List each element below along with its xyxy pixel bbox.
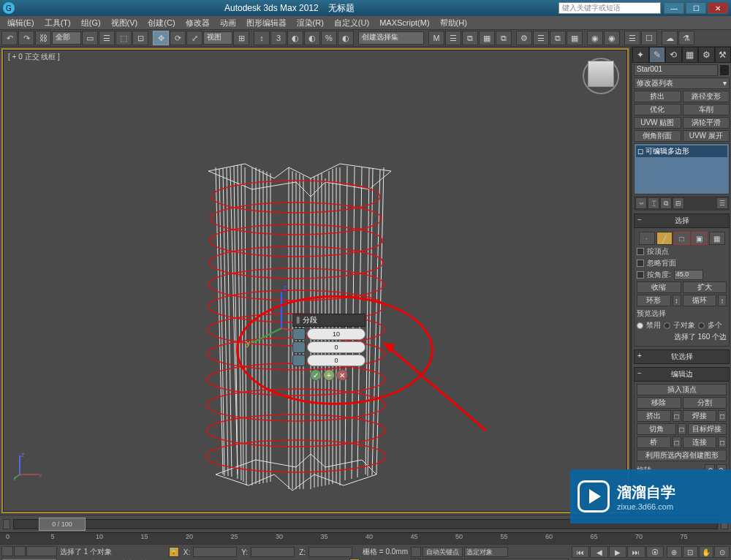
rollout-selection-header[interactable]: −选择 (634, 213, 730, 228)
weld-button[interactable]: 焊接 (683, 410, 717, 422)
caddy-cancel-button[interactable]: ✕ (336, 369, 348, 381)
caddy-segments-icon[interactable] (292, 328, 306, 340)
tab-utilities[interactable]: ⚒ (715, 47, 732, 63)
auto-key-button[interactable]: 自动关键点 (423, 547, 463, 557)
named-selection-set-dropdown[interactable]: 创建选择集 (358, 31, 424, 45)
slide-spinner[interactable]: 0 (307, 355, 366, 366)
time-ruler[interactable]: 051015202530354045505560657075 (0, 532, 731, 544)
material-editor-button[interactable]: ☰ (533, 31, 549, 45)
caddy-apply-button[interactable]: + (323, 369, 335, 381)
preview-multi-radio[interactable] (698, 322, 705, 329)
selection-filter-dropdown[interactable]: 全部 (52, 31, 81, 45)
target-weld-button[interactable]: 目标焊接 (688, 423, 727, 435)
quick-optimize-button[interactable]: 优化 (634, 104, 681, 116)
pan-button[interactable]: ✋ (699, 546, 714, 558)
zoom-button[interactable]: ⊕ (667, 546, 682, 558)
quick-pathdeform-button[interactable]: 路径变形 (683, 91, 730, 102)
render-frame-button[interactable]: ▦ (567, 31, 583, 45)
prev-frame-button[interactable]: ◀ (590, 546, 607, 558)
loop-button[interactable]: 循环 (683, 295, 717, 306)
quick-bevelprofile-button[interactable]: 倒角剖面 (634, 130, 681, 142)
key-selection-filter[interactable]: 选定对象 (464, 547, 508, 557)
loop-spinner[interactable]: ↕ (718, 295, 727, 306)
help-search-input[interactable]: 键入关键字或短语 (558, 2, 661, 14)
undo-button[interactable]: ↶ (1, 31, 18, 45)
weld-settings-button[interactable]: □ (718, 410, 727, 422)
by-vertex-checkbox[interactable] (637, 248, 644, 255)
layer-manager-button[interactable]: ⧉ (462, 31, 478, 45)
percent-snap-button[interactable]: % (321, 31, 337, 45)
ignore-backfacing-checkbox[interactable] (637, 260, 644, 267)
redo-button[interactable]: ↷ (18, 31, 34, 45)
maxscript-input[interactable] (26, 546, 57, 556)
pinch-spinner[interactable]: 0 (307, 341, 366, 353)
pin-stack-button[interactable]: ⎃ (635, 197, 647, 209)
segments-spinner[interactable]: 10 (307, 328, 366, 340)
snap-toggle-button[interactable]: ◐ (287, 31, 303, 45)
extrude-button[interactable]: 挤出 (637, 410, 671, 422)
app-icon[interactable]: G (3, 2, 15, 14)
caddy-pinch-icon[interactable] (292, 341, 306, 353)
preview-subobj-radio[interactable] (664, 322, 670, 329)
arc-rotate-button[interactable]: ⊙ (714, 546, 730, 558)
select-region-button[interactable]: ⬚ (115, 31, 132, 45)
goto-end-button[interactable]: ⦿ (646, 546, 664, 558)
grow-button[interactable]: 扩大 (683, 281, 727, 293)
split-button[interactable]: 分割 (683, 397, 727, 409)
menu-edit[interactable]: 编辑(E) (3, 18, 39, 29)
zoom-all-button[interactable]: ⊡ (683, 546, 698, 558)
subobj-border-button[interactable]: □ (674, 232, 690, 245)
shrink-button[interactable]: 收缩 (637, 281, 681, 293)
tab-create[interactable]: ✦ (632, 47, 649, 63)
subobj-vertex-button[interactable]: · (639, 232, 655, 245)
teapot-button[interactable]: ⚗ (678, 31, 694, 45)
schematic-view-button[interactable]: ⚙ (516, 31, 532, 45)
use-pivot-center-button[interactable]: ⊞ (233, 31, 249, 45)
select-and-rotate-button[interactable]: ⟳ (170, 31, 186, 45)
by-angle-spinner[interactable]: 45.0 (674, 270, 703, 280)
object-name-field[interactable]: Star001 (634, 64, 718, 76)
cloud-button[interactable]: ☁ (662, 31, 678, 45)
tool-button-2[interactable]: ☐ (641, 31, 657, 45)
create-shape-button[interactable]: 利用所选内容创建图形 (637, 450, 727, 461)
select-and-scale-button[interactable]: ⤢ (186, 31, 202, 45)
quick-lathe-button[interactable]: 车削 (683, 104, 730, 116)
modifier-stack[interactable]: ◻ 可编辑多边形 (634, 143, 730, 194)
extrude-settings-button[interactable]: □ (673, 410, 681, 422)
tab-modify[interactable]: ✎ (649, 47, 666, 63)
subobj-edge-button[interactable]: ╱ (656, 232, 673, 245)
modifier-list-dropdown[interactable]: 修改器列表 (634, 77, 730, 89)
tool-button[interactable]: ☰ (624, 31, 640, 45)
maxscript-mini-button[interactable] (1, 546, 13, 556)
caddy-ok-button[interactable]: ✓ (310, 369, 322, 381)
tab-display[interactable]: ⚙ (698, 47, 715, 63)
menu-group[interactable]: 组(G) (77, 18, 105, 29)
goto-start-button[interactable]: ⏮ (572, 546, 589, 558)
select-and-move-button[interactable]: ✥ (153, 31, 169, 45)
tab-hierarchy[interactable]: ⟲ (665, 47, 682, 63)
menu-animation[interactable]: 动画 (216, 18, 240, 29)
make-unique-button[interactable]: ⧉ (660, 197, 672, 209)
time-slider-handle[interactable]: 0 / 100 (39, 518, 86, 531)
window-crossing-button[interactable]: ⊡ (132, 31, 148, 45)
angle-snap-button[interactable]: ◐ (304, 31, 320, 45)
remove-button[interactable]: 移除 (637, 397, 681, 409)
close-button[interactable]: ✕ (708, 2, 728, 14)
link-button[interactable]: ⛓ (35, 31, 51, 45)
connect-settings-button[interactable]: □ (718, 436, 727, 448)
play-button[interactable]: ▶ (609, 546, 626, 558)
configure-sets-button[interactable]: ☰ (716, 197, 728, 209)
menu-graph-editors[interactable]: 图形编辑器 (242, 18, 291, 29)
align-button[interactable]: ☰ (445, 31, 461, 45)
keyboard-shortcut-button[interactable]: 3 (270, 31, 287, 45)
z-coord-field[interactable] (308, 547, 352, 557)
quick-uvwmap-button[interactable]: UVW 贴图 (634, 117, 681, 129)
render-production-button[interactable]: ◉ (587, 31, 603, 45)
bridge-settings-button[interactable]: □ (673, 436, 681, 448)
remove-modifier-button[interactable]: ⊟ (673, 197, 684, 209)
menu-modifiers[interactable]: 修改器 (181, 18, 214, 29)
tab-motion[interactable]: ▦ (682, 47, 699, 63)
mirror-button[interactable]: M (428, 31, 444, 45)
ring-spinner[interactable]: ↕ (673, 295, 681, 306)
render-iterative-button[interactable]: ◉ (604, 31, 620, 45)
